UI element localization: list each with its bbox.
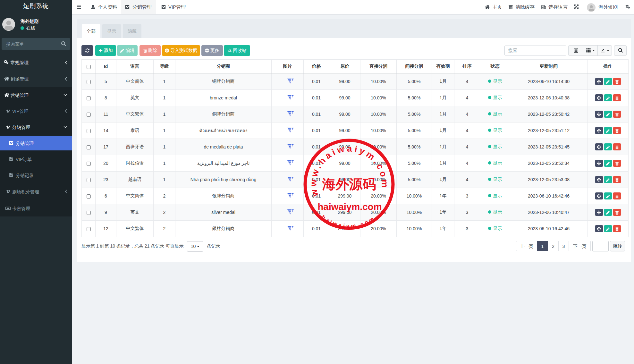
svg-text:海外源码: 海外源码 [322, 177, 376, 192]
svg-text:haiwaiym.com: haiwaiym.com [318, 201, 382, 212]
